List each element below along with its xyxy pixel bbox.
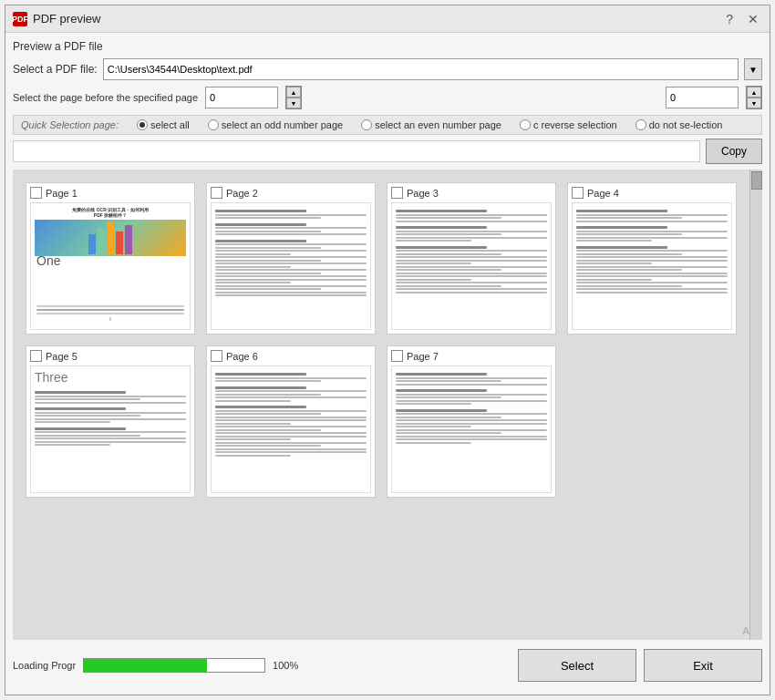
page-thumb-5[interactable]: Page 5 Three [26,345,195,498]
p4-l11 [576,260,728,262]
preview-label: Preview a PDF file [13,40,762,53]
p4-l5 [576,233,682,235]
radio-label-reverse: c reverse selection [533,119,617,130]
radio-even[interactable]: select an even number page [361,119,501,130]
page-2-preview [211,202,371,330]
p7-l1 [396,377,547,379]
page-2-text-block [215,207,367,296]
radio-odd[interactable]: select an odd number page [208,119,343,130]
page-1-label: Page 1 [46,188,78,199]
p4-l21 [576,292,728,293]
page-thumb-1[interactable]: Page 1 免费的在线 OCR 识别工具 - 如何利用PDF 拆解组件？ [26,182,195,335]
p6-l20 [215,451,367,453]
p3-l8 [396,250,547,252]
spin-down-left[interactable]: ▼ [286,98,301,108]
p7-l11 [396,423,547,425]
p2-l2 [215,217,321,219]
p3-l14 [396,269,501,271]
page-thumb-7[interactable]: Page 7 [387,345,556,498]
p5-l9 [35,435,140,437]
p2-l5 [215,233,367,235]
copy-row: Copy [13,139,762,164]
spin-up-left[interactable]: ▲ [286,87,301,98]
file-row: Select a PDF file: ▼ [13,58,762,80]
page-4-checkbox[interactable] [572,187,584,199]
p3-l9 [396,253,501,255]
exit-button[interactable]: Exit [644,649,762,682]
pages-grid-inner: Page 1 免费的在线 OCR 识别工具 - 如何利用PDF 拆解组件？ [13,170,762,640]
p3-l19 [396,285,501,287]
p7-l13 [396,429,547,431]
p4-l16 [576,275,728,277]
p6-l16 [215,438,291,440]
p7-h2 [396,389,487,392]
radio-select-all[interactable]: select all [137,119,190,130]
p5-l4 [35,412,186,414]
page-5-checkbox[interactable] [30,350,42,362]
radio-dot-reverse [520,119,531,130]
radio-reverse[interactable]: c reverse selection [520,119,617,130]
p6-l3 [215,390,367,392]
p6-l13 [215,429,321,431]
page-7-label: Page 7 [407,351,439,362]
p4-l20 [576,288,728,290]
radio-label-not: do not se-lection [649,119,723,130]
page-7-checkbox[interactable] [391,350,403,362]
page-3-checkbox[interactable] [391,187,403,199]
spin-up-right[interactable]: ▲ [747,87,761,98]
page-thumb-2[interactable]: Page 2 [206,182,376,335]
p6-l14 [215,432,367,434]
p6-l9 [215,417,367,418]
p3-l1 [396,214,547,216]
help-button[interactable]: ? [722,11,737,27]
page-1-checkbox[interactable] [30,187,42,199]
page-1-image [35,220,186,256]
page-5-content: Three [31,366,190,492]
page-2-content [212,203,370,329]
p7-l17 [396,442,471,444]
p2-h1 [215,210,306,212]
page-thumb-6[interactable]: Page 6 [206,345,376,498]
scrollbar-thumb[interactable] [751,171,762,190]
p2-l20 [215,288,321,290]
p6-l18 [215,445,321,447]
copy-input[interactable] [13,140,700,162]
page-5-text-block [35,388,186,446]
copy-button[interactable]: Copy [706,139,762,164]
p2-l22 [215,294,367,296]
page-thumb-3[interactable]: Page 3 [387,182,556,335]
page-6-checkbox[interactable] [211,350,222,362]
radio-label-odd: select an odd number page [222,119,343,130]
p5-l11 [35,441,186,443]
p5-l5 [35,415,140,417]
p4-l9 [576,253,682,255]
file-dropdown-button[interactable]: ▼ [744,58,762,80]
spin-down-right[interactable]: ▼ [747,98,761,108]
page-7-text-block [396,370,547,444]
p2-l10 [215,256,367,258]
radio-label-select-all: select all [150,119,190,130]
p4-l18 [576,282,728,283]
page-range-input-right[interactable] [666,87,739,108]
p5-l12 [35,444,110,446]
p7-l10 [396,419,547,421]
p6-l2 [215,380,321,382]
radio-not[interactable]: do not se-lection [636,119,723,130]
page-6-content [212,366,370,492]
page-2-checkbox[interactable] [211,187,222,199]
content-area: Preview a PDF file Select a PDF file: ▼ … [5,33,770,695]
page-range-input-left[interactable] [205,87,278,108]
select-button[interactable]: Select [518,649,636,682]
p5-l8 [35,431,186,433]
file-path-input[interactable] [103,58,739,80]
p7-l14 [396,432,501,434]
page-thumb-4[interactable]: Page 4 [567,182,737,335]
p2-l3 [215,227,367,229]
title-bar-right: ? ✕ [722,11,762,27]
close-button[interactable]: ✕ [744,11,762,27]
page-3-text-block [396,207,547,293]
p7-h3 [396,409,487,412]
window-title: PDF preview [33,12,100,26]
scrollbar-track[interactable] [749,170,762,640]
file-label: Select a PDF file: [13,63,98,76]
